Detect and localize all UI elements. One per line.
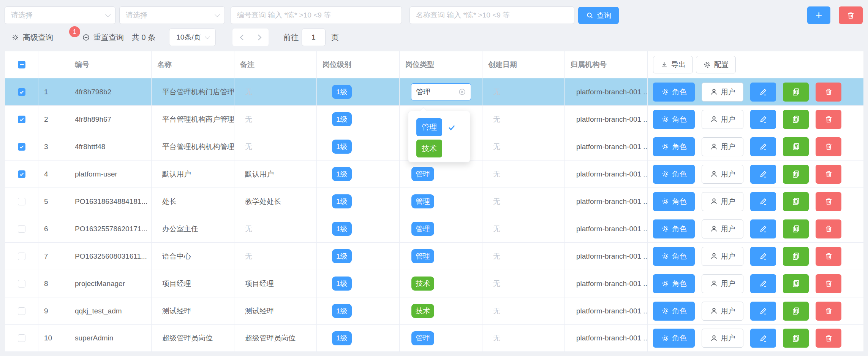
gear-icon bbox=[661, 225, 669, 233]
table-row[interactable]: 10 superAdmin 超级管理员岗位 超级管理员岗位 1级 管理 无 pl… bbox=[5, 324, 863, 352]
config-button[interactable]: 配置 bbox=[696, 56, 736, 73]
edit-button[interactable] bbox=[750, 165, 776, 184]
copy-button[interactable] bbox=[783, 274, 809, 293]
table-row[interactable]: 9 qqkj_test_adm 测试经理 测试经理 1级 技术 无 platfo… bbox=[5, 297, 863, 324]
user-button[interactable]: 用户 bbox=[702, 110, 743, 129]
role-button[interactable]: 角色 bbox=[653, 83, 695, 102]
edit-button[interactable] bbox=[750, 274, 776, 293]
next-page-button[interactable] bbox=[255, 34, 261, 40]
role-button[interactable]: 角色 bbox=[653, 302, 695, 321]
delete-row-button[interactable] bbox=[816, 329, 841, 348]
goto-unit: 页 bbox=[331, 29, 339, 46]
header-org: 归属机构号 bbox=[565, 51, 648, 78]
search-icon bbox=[586, 11, 594, 19]
page-size-select[interactable]: 10条/页 bbox=[169, 29, 216, 46]
export-button[interactable]: 导出 bbox=[653, 56, 693, 73]
row-index: 9 bbox=[38, 297, 69, 324]
role-button[interactable]: 角色 bbox=[653, 192, 695, 211]
row-checkbox[interactable] bbox=[18, 170, 25, 178]
role-button[interactable]: 角色 bbox=[653, 329, 695, 348]
copy-button[interactable] bbox=[783, 219, 809, 238]
filter-select-1[interactable]: 请选择 bbox=[5, 6, 115, 24]
table-row[interactable]: 1 4fr8h798b2 平台管理机构门店管理岗 无 1级 管理 无 platf… bbox=[5, 78, 863, 105]
row-checkbox[interactable] bbox=[18, 334, 25, 342]
copy-icon bbox=[792, 307, 800, 315]
user-icon bbox=[710, 225, 718, 233]
goto-page-input[interactable] bbox=[302, 29, 326, 46]
copy-button[interactable] bbox=[783, 165, 809, 184]
filter-bar: 高级查询 1 重置查询 共 0 条 10条/页 前往 页 bbox=[0, 29, 868, 46]
copy-button[interactable] bbox=[783, 137, 809, 156]
user-button[interactable]: 用户 bbox=[702, 83, 743, 102]
copy-button[interactable] bbox=[783, 110, 809, 129]
clear-icon[interactable] bbox=[458, 88, 466, 96]
type-option-tech[interactable]: 技术 bbox=[416, 140, 470, 157]
role-button[interactable]: 角色 bbox=[653, 165, 695, 184]
edit-button[interactable] bbox=[750, 192, 776, 211]
user-button[interactable]: 用户 bbox=[702, 219, 743, 238]
edit-button[interactable] bbox=[750, 83, 776, 102]
delete-row-button[interactable] bbox=[816, 110, 841, 129]
copy-button[interactable] bbox=[783, 329, 809, 348]
delete-row-button[interactable] bbox=[816, 137, 841, 156]
edit-button[interactable] bbox=[750, 137, 776, 156]
add-button[interactable]: + bbox=[807, 6, 830, 24]
row-checkbox[interactable] bbox=[18, 116, 25, 123]
table-row[interactable]: 7 PO16325608031611... 语合中心 无 1级 管理 无 pla… bbox=[5, 242, 863, 270]
row-checkbox[interactable] bbox=[18, 253, 25, 260]
table-row[interactable]: 8 projectManager 项目经理 项目经理 1级 技术 无 platf… bbox=[5, 270, 863, 297]
type-option-manage[interactable]: 管理 bbox=[416, 118, 470, 136]
copy-button[interactable] bbox=[783, 83, 809, 102]
copy-button[interactable] bbox=[783, 247, 809, 266]
type-editor-input[interactable]: 管理 bbox=[411, 83, 471, 100]
edit-button[interactable] bbox=[750, 247, 776, 266]
delete-row-button[interactable] bbox=[816, 192, 841, 211]
role-button-label: 角色 bbox=[672, 279, 687, 289]
user-button[interactable]: 用户 bbox=[702, 165, 743, 184]
user-button[interactable]: 用户 bbox=[702, 192, 743, 211]
delete-row-button[interactable] bbox=[816, 83, 841, 102]
row-checkbox[interactable] bbox=[18, 280, 25, 288]
type-option-manage-badge: 管理 bbox=[416, 118, 442, 136]
user-button[interactable]: 用户 bbox=[702, 137, 743, 156]
select-all-checkbox[interactable] bbox=[18, 61, 25, 68]
delete-row-button[interactable] bbox=[816, 219, 841, 238]
row-code: PO16325608031611... bbox=[69, 243, 152, 270]
reset-query-button[interactable]: 重置查询 bbox=[82, 29, 124, 46]
delete-row-button[interactable] bbox=[816, 274, 841, 293]
copy-button[interactable] bbox=[783, 302, 809, 321]
table-row[interactable]: 6 PO16325578620171... 办公室主任 无 1级 管理 无 pl… bbox=[5, 215, 863, 242]
user-button[interactable]: 用户 bbox=[702, 274, 743, 293]
advanced-query-button[interactable]: 高级查询 1 bbox=[11, 29, 53, 46]
role-button[interactable]: 角色 bbox=[653, 137, 695, 156]
edit-button[interactable] bbox=[750, 302, 776, 321]
role-button[interactable]: 角色 bbox=[653, 247, 695, 266]
row-checkbox[interactable] bbox=[18, 88, 25, 96]
delete-row-button[interactable] bbox=[816, 302, 841, 321]
row-remark: 无 bbox=[234, 215, 317, 242]
row-checkbox[interactable] bbox=[18, 225, 25, 233]
prev-page-button[interactable] bbox=[240, 34, 246, 40]
role-button[interactable]: 角色 bbox=[653, 110, 695, 129]
delete-row-button[interactable] bbox=[816, 165, 841, 184]
edit-button[interactable] bbox=[750, 219, 776, 238]
user-button[interactable]: 用户 bbox=[702, 247, 743, 266]
edit-button[interactable] bbox=[750, 110, 776, 129]
name-search-input[interactable] bbox=[409, 6, 574, 24]
delete-row-button[interactable] bbox=[816, 247, 841, 266]
role-button[interactable]: 角色 bbox=[653, 274, 695, 293]
row-checkbox[interactable] bbox=[18, 143, 25, 151]
table-row[interactable]: 5 PO16318634884181... 处长 教学处处长 1级 管理 无 p… bbox=[5, 188, 863, 215]
user-button[interactable]: 用户 bbox=[702, 302, 743, 321]
table-row[interactable]: 4 platform-user 默认用户 默认用户 1级 管理 无 platfo… bbox=[5, 160, 863, 188]
role-button[interactable]: 角色 bbox=[653, 219, 695, 238]
row-checkbox[interactable] bbox=[18, 307, 25, 315]
edit-button[interactable] bbox=[750, 329, 776, 348]
delete-button[interactable] bbox=[839, 6, 863, 24]
filter-select-2[interactable]: 请选择 bbox=[119, 6, 225, 24]
code-search-input[interactable] bbox=[231, 6, 402, 24]
search-button[interactable]: 查询 bbox=[578, 7, 619, 24]
row-checkbox[interactable] bbox=[18, 198, 25, 205]
copy-button[interactable] bbox=[783, 192, 809, 211]
user-button[interactable]: 用户 bbox=[702, 329, 743, 348]
